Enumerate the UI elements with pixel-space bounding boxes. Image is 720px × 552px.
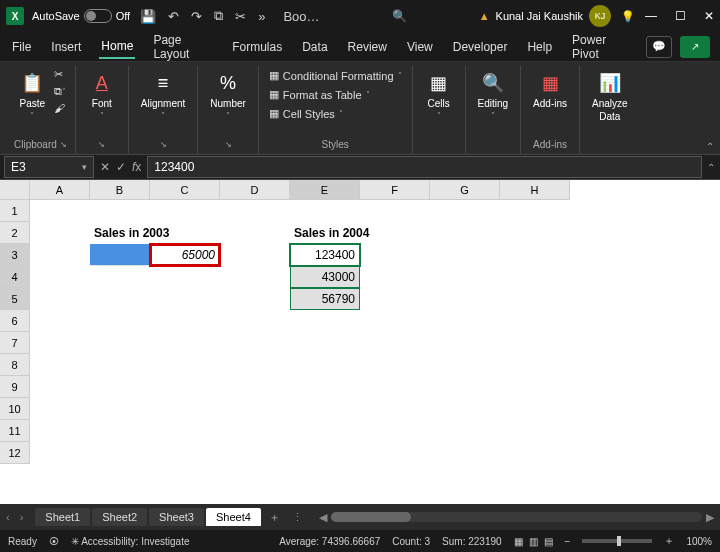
copy-button[interactable]: ⧉˅ [54, 85, 66, 98]
font-launcher-icon[interactable]: ↘ [98, 140, 105, 149]
sheet-tabs-menu-icon[interactable]: ⋮ [292, 511, 303, 524]
row-header-1[interactable]: 1 [0, 200, 30, 222]
view-page-break-icon[interactable]: ▤ [544, 536, 553, 547]
view-page-layout-icon[interactable]: ▥ [529, 536, 538, 547]
switch-icon[interactable] [84, 9, 112, 23]
minimize-icon[interactable]: — [645, 9, 657, 23]
expand-formula-icon[interactable]: ⌃ [702, 162, 720, 173]
row-header-7[interactable]: 7 [0, 332, 30, 354]
col-header-g[interactable]: G [430, 180, 500, 200]
sheet-tab-3[interactable]: Sheet3 [149, 508, 204, 526]
tab-review[interactable]: Review [346, 36, 389, 58]
name-box-dropdown-icon[interactable]: ▾ [82, 162, 87, 172]
zoom-out-icon[interactable]: − [565, 536, 571, 547]
format-as-table-button[interactable]: ▦Format as Table [267, 87, 404, 102]
share-button[interactable]: ↗ [680, 36, 710, 58]
row-header-9[interactable]: 9 [0, 376, 30, 398]
lightbulb-icon[interactable]: 💡 [621, 10, 635, 23]
search-icon[interactable]: 🔍 [392, 9, 407, 23]
close-icon[interactable]: ✕ [704, 9, 714, 23]
tab-power-pivot[interactable]: Power Pivot [570, 29, 630, 65]
zoom-level[interactable]: 100% [686, 536, 712, 547]
tab-page-layout[interactable]: Page Layout [151, 29, 214, 65]
cut-icon[interactable]: ✂ [235, 9, 246, 24]
tab-insert[interactable]: Insert [49, 36, 83, 58]
formula-input[interactable]: 123400 [147, 156, 702, 178]
paste-button[interactable]: 📋Paste [14, 68, 50, 122]
accessibility-status[interactable]: ✳ Accessibility: Investigate [71, 536, 190, 547]
tab-help[interactable]: Help [525, 36, 554, 58]
row-header-8[interactable]: 8 [0, 354, 30, 376]
cell-e4[interactable]: 43000 [290, 266, 360, 288]
alignment-button[interactable]: ≡Alignment [137, 68, 189, 122]
user-avatar[interactable]: KJ [589, 5, 611, 27]
copy-icon[interactable]: ⧉ [214, 8, 223, 24]
row-header-6[interactable]: 6 [0, 310, 30, 332]
col-header-h[interactable]: H [500, 180, 570, 200]
row-header-3[interactable]: 3 [0, 244, 30, 266]
cancel-formula-icon[interactable]: ✕ [100, 160, 110, 174]
tab-data[interactable]: Data [300, 36, 329, 58]
row-header-10[interactable]: 10 [0, 398, 30, 420]
cell-e3[interactable]: 123400 [290, 244, 360, 266]
horizontal-scrollbar[interactable]: ◀ ▶ [319, 511, 714, 524]
sheet-next-icon[interactable]: › [20, 511, 24, 523]
sheet-tab-1[interactable]: Sheet1 [35, 508, 90, 526]
analyze-data-button[interactable]: 📊AnalyzeData [588, 68, 632, 124]
cell-b2[interactable]: Sales in 2003 [90, 222, 220, 244]
add-sheet-icon[interactable]: ＋ [269, 510, 280, 525]
spreadsheet-grid[interactable]: A B C D E F G H 1 2 3 4 5 6 7 8 9 10 11 … [0, 180, 720, 504]
maximize-icon[interactable]: ☐ [675, 9, 686, 23]
document-title[interactable]: Boo… [283, 9, 319, 24]
collapse-ribbon-icon[interactable]: ⌃ [706, 141, 714, 152]
more-qat-icon[interactable]: » [258, 9, 265, 24]
cell-styles-button[interactable]: ▦Cell Styles [267, 106, 404, 121]
redo-icon[interactable]: ↷ [191, 9, 202, 24]
col-header-f[interactable]: F [360, 180, 430, 200]
cells-area[interactable]: Sales in 2003 65000 Sales in 2004 123400… [30, 200, 720, 504]
enter-formula-icon[interactable]: ✓ [116, 160, 126, 174]
name-box[interactable]: E3 ▾ [4, 156, 94, 178]
format-painter-button[interactable]: 🖌 [54, 102, 66, 114]
cell-e2[interactable]: Sales in 2004 [290, 222, 430, 244]
tab-file[interactable]: File [10, 36, 33, 58]
save-icon[interactable]: 💾 [140, 9, 156, 24]
tab-formulas[interactable]: Formulas [230, 36, 284, 58]
tab-view[interactable]: View [405, 36, 435, 58]
cell-c3[interactable]: 65000 [150, 244, 220, 266]
sheet-tab-2[interactable]: Sheet2 [92, 508, 147, 526]
comments-button[interactable]: 💬 [646, 36, 672, 58]
search-area[interactable]: 🔍 [320, 9, 479, 23]
cells-button[interactable]: ▦Cells [421, 68, 457, 122]
col-header-d[interactable]: D [220, 180, 290, 200]
conditional-formatting-button[interactable]: ▦Conditional Formatting [267, 68, 404, 83]
addins-button[interactable]: ▦Add-ins [529, 68, 571, 111]
zoom-in-icon[interactable]: ＋ [664, 534, 674, 548]
editing-button[interactable]: 🔍Editing [474, 68, 513, 122]
cut-button[interactable]: ✂ [54, 68, 66, 81]
user-account[interactable]: ▲ Kunal Jai Kaushik KJ [479, 5, 611, 27]
col-header-e[interactable]: E [290, 180, 360, 200]
number-button[interactable]: %Number [206, 68, 250, 122]
col-header-b[interactable]: B [90, 180, 150, 200]
alignment-launcher-icon[interactable]: ↘ [160, 140, 167, 149]
autosave-toggle[interactable]: AutoSave Off [32, 9, 130, 23]
scroll-left-icon[interactable]: ◀ [319, 511, 327, 524]
font-button[interactable]: AFont [84, 68, 120, 122]
select-all-corner[interactable] [0, 180, 30, 200]
col-header-a[interactable]: A [30, 180, 90, 200]
row-header-2[interactable]: 2 [0, 222, 30, 244]
scroll-right-icon[interactable]: ▶ [706, 511, 714, 524]
macro-record-icon[interactable]: ⦿ [49, 536, 59, 547]
row-header-5[interactable]: 5 [0, 288, 30, 310]
zoom-slider[interactable] [582, 539, 652, 543]
scroll-thumb[interactable] [331, 512, 411, 522]
view-normal-icon[interactable]: ▦ [514, 536, 523, 547]
tab-home[interactable]: Home [99, 35, 135, 59]
row-header-11[interactable]: 11 [0, 420, 30, 442]
row-header-12[interactable]: 12 [0, 442, 30, 464]
undo-icon[interactable]: ↶ [168, 9, 179, 24]
number-launcher-icon[interactable]: ↘ [225, 140, 232, 149]
sheet-tab-4[interactable]: Sheet4 [206, 508, 261, 526]
cell-e5[interactable]: 56790 [290, 288, 360, 310]
